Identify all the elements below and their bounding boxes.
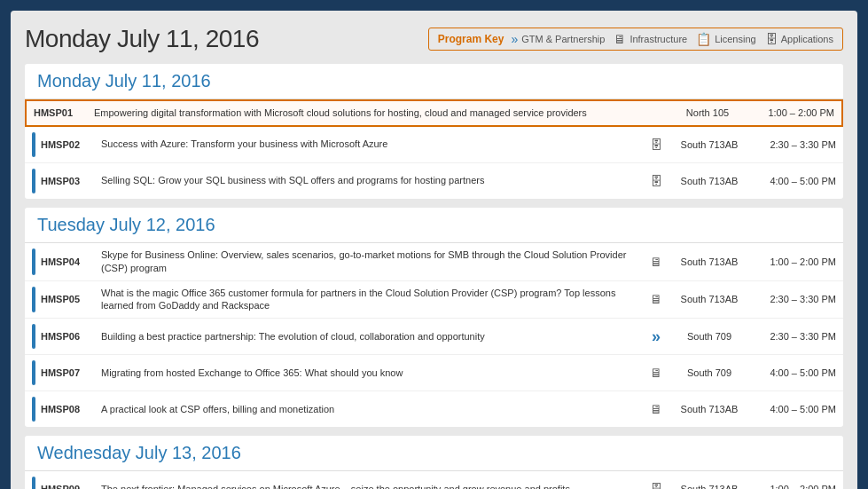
session-accent-bar [32, 169, 35, 193]
session-time: 1:00 – 2:00 PM [756, 484, 836, 489]
session-room: South 713AB [669, 294, 749, 304]
applications-icon: 🗄 [765, 32, 778, 46]
day-header-tuesday: Tuesday July 12, 2016 [25, 208, 843, 243]
days-container: Monday July 11, 2016HMSP01Empowering dig… [25, 64, 843, 489]
session-accent-bar [32, 248, 35, 275]
session-code: HMSP09 [41, 484, 94, 489]
program-key-box: Program Key » GTM & Partnership 🖥 Infras… [428, 28, 843, 51]
session-row[interactable]: HMSP06Building a best practice partnersh… [25, 319, 843, 355]
session-row[interactable]: HMSP03Selling SQL: Grow your SQL busines… [25, 163, 843, 199]
session-type-icon-monitor: 🖥 [646, 402, 666, 416]
legend-gtm: » GTM & Partnership [511, 32, 605, 46]
session-time: 2:30 – 3:30 PM [756, 331, 836, 342]
legend-applications-label: Applications [781, 34, 833, 44]
session-row[interactable]: HMSP09The next frontier: Managed service… [25, 471, 843, 489]
session-accent-bar [32, 324, 35, 349]
legend-items: » GTM & Partnership 🖥 Infrastructure 📋 L… [511, 32, 833, 46]
session-row[interactable]: HMSP07Migrating from hosted Exchange to … [25, 355, 843, 391]
session-row[interactable]: HMSP04Skype for Business Online: Overvie… [25, 243, 843, 281]
licensing-icon: 📋 [696, 32, 711, 46]
session-row[interactable]: HMSP02Success with Azure: Transform your… [25, 127, 843, 163]
day-header-monday: Monday July 11, 2016 [25, 64, 843, 99]
header-row: Monday July 11, 2016 Program Key » GTM &… [25, 25, 843, 53]
session-accent-bar [32, 360, 35, 385]
legend-gtm-label: GTM & Partnership [521, 34, 605, 44]
legend-licensing: 📋 Licensing [696, 32, 755, 46]
session-row[interactable]: HMSP05What is the magic Office 365 custo… [25, 281, 843, 319]
session-code: HMSP05 [41, 294, 94, 304]
day-section-wednesday: Wednesday July 13, 2016HMSP09The next fr… [25, 436, 843, 489]
session-title: Empowering digital transformation with M… [94, 106, 648, 120]
session-room: South 709 [669, 367, 749, 378]
session-room: South 713AB [669, 176, 749, 186]
session-code: HMSP03 [41, 176, 94, 186]
session-code: HMSP02 [41, 139, 94, 150]
session-time: 4:00 – 5:00 PM [756, 404, 836, 414]
session-room: South 713AB [669, 404, 749, 414]
session-time: 1:00 – 2:00 PM [755, 107, 834, 118]
session-room: South 713AB [669, 139, 749, 150]
session-title: Success with Azure: Transform your busin… [101, 138, 646, 151]
session-code: HMSP04 [41, 256, 94, 267]
session-room: South 713AB [669, 484, 749, 489]
main-container: Monday July 11, 2016 Program Key » GTM &… [11, 11, 857, 489]
legend-infrastructure: 🖥 Infrastructure [614, 32, 687, 46]
session-time: 2:30 – 3:30 PM [756, 139, 836, 150]
day-section-tuesday: Tuesday July 12, 2016HMSP04Skype for Bus… [25, 208, 843, 427]
session-code: HMSP06 [41, 331, 94, 342]
session-code: HMSP01 [34, 107, 87, 118]
session-type-icon-database: 🗄 [646, 174, 666, 188]
session-title: What is the magic Office 365 customer fo… [101, 287, 646, 313]
session-title: Selling SQL: Grow your SQL business with… [101, 174, 646, 187]
session-room: South 713AB [669, 256, 749, 267]
session-type-icon-monitor: 🖥 [646, 255, 666, 269]
session-time: 2:30 – 3:30 PM [756, 294, 836, 304]
session-room: South 709 [669, 331, 749, 342]
infrastructure-icon: 🖥 [614, 32, 626, 46]
day-header-wednesday: Wednesday July 13, 2016 [25, 436, 843, 471]
session-row[interactable]: HMSP08A practical look at CSP offers, bi… [25, 391, 843, 427]
session-title: Migrating from hosted Exchange to Office… [101, 367, 646, 380]
session-title: Skype for Business Online: Overview, sal… [101, 248, 646, 275]
page-title: Monday July 11, 2016 [25, 25, 259, 53]
day-section-monday: Monday July 11, 2016HMSP01Empowering dig… [25, 64, 843, 199]
session-time: 4:00 – 5:00 PM [756, 367, 836, 378]
session-accent-bar [32, 132, 35, 157]
session-code: HMSP08 [41, 404, 94, 414]
session-type-icon-double-arrow: » [646, 327, 666, 346]
legend-applications: 🗄 Applications [765, 32, 833, 46]
legend-licensing-label: Licensing [715, 34, 755, 44]
session-accent-bar [32, 477, 35, 489]
session-accent-bar [32, 287, 35, 313]
session-row[interactable]: HMSP01Empowering digital transformation … [25, 99, 843, 127]
session-type-icon-database: 🗄 [646, 138, 666, 152]
session-title: The next frontier: Managed services on M… [101, 483, 646, 489]
session-accent-bar [32, 397, 35, 422]
session-code: HMSP07 [41, 367, 94, 378]
program-key-label: Program Key [438, 33, 504, 45]
session-type-icon-database: 🗄 [646, 482, 666, 489]
legend-infrastructure-label: Infrastructure [629, 34, 687, 44]
session-type-icon-monitor: 🖥 [646, 366, 666, 380]
gtm-icon: » [511, 32, 518, 46]
session-type-icon-monitor: 🖥 [646, 292, 666, 306]
session-time: 1:00 – 2:00 PM [756, 256, 836, 267]
session-time: 4:00 – 5:00 PM [756, 176, 836, 186]
session-title: A practical look at CSP offers, billing … [101, 403, 646, 416]
session-room: North 105 [668, 107, 747, 118]
session-title: Building a best practice partnership: Th… [101, 330, 646, 343]
